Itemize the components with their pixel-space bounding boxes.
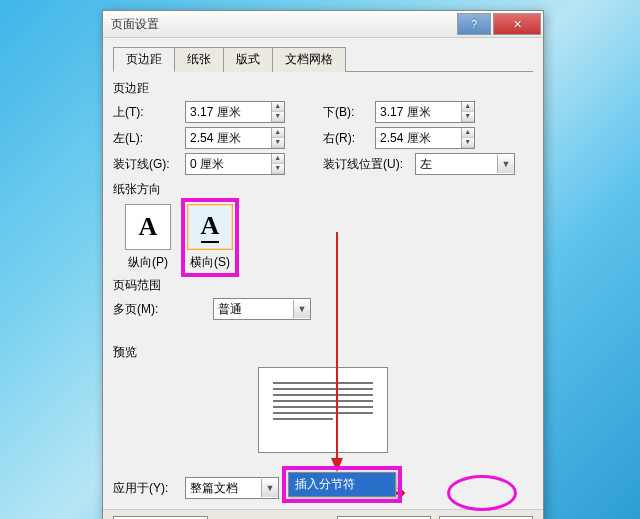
gutter-label: 装订线(G): [113,156,185,173]
tab-strip: 页边距 纸张 版式 文档网格 [113,46,533,72]
top-input[interactable] [186,103,271,121]
orientation-portrait[interactable]: A 纵向(P) [125,204,171,271]
spin-down-icon[interactable]: ▼ [462,138,474,148]
multipage-value: 普通 [214,301,293,318]
top-label: 上(T): [113,104,185,121]
spin-up-icon[interactable]: ▲ [272,102,284,112]
spin-up-icon[interactable]: ▲ [462,102,474,112]
spin-down-icon[interactable]: ▼ [272,138,284,148]
gutterpos-value: 左 [416,156,497,173]
titlebar[interactable]: 页面设置 ? ✕ [103,11,543,38]
multi-label: 多页(M): [113,301,213,318]
orientation-landscape[interactable]: A 横向(S) [187,204,233,271]
dropdown-menu: 插入分节符 [288,472,396,497]
chevron-down-icon[interactable]: ▼ [293,300,310,318]
section-preview-title: 预览 [113,344,533,361]
gutterpos-combo[interactable]: 左▼ [415,153,515,175]
left-input[interactable] [186,129,271,147]
section-orientation-title: 纸张方向 [113,181,533,198]
applyto-value: 整篇文档 [186,480,261,497]
spin-down-icon[interactable]: ▼ [462,112,474,122]
tab-paper[interactable]: 纸张 [174,47,224,72]
close-button[interactable]: ✕ [493,13,541,35]
left-label: 左(L): [113,130,185,147]
spin-up-icon[interactable]: ▲ [272,128,284,138]
tab-margins[interactable]: 页边距 [113,47,175,72]
right-label: 右(R): [323,130,375,147]
spin-up-icon[interactable]: ▲ [462,128,474,138]
preview-pane [258,367,388,453]
top-spinner[interactable]: ▲▼ [185,101,285,123]
right-spinner[interactable]: ▲▼ [375,127,475,149]
portrait-label: 纵向(P) [128,254,168,271]
gutter-spinner[interactable]: ▲▼ [185,153,285,175]
applyto-label: 应用于(Y): [113,480,185,497]
gutter-input[interactable] [186,155,271,173]
help-button[interactable]: ? [457,13,491,35]
tab-layout[interactable]: 版式 [223,47,273,72]
section-pages-title: 页码范围 [113,277,533,294]
spin-up-icon[interactable]: ▲ [272,154,284,164]
spin-down-icon[interactable]: ▼ [272,164,284,174]
dialog-title: 页面设置 [111,16,455,33]
left-spinner[interactable]: ▲▼ [185,127,285,149]
chevron-down-icon[interactable]: ▼ [261,479,278,497]
bottom-spinner[interactable]: ▲▼ [375,101,475,123]
button-row: 默认(D)...▼ 确定 取消 [103,509,543,519]
applyto-combo[interactable]: 整篇文档▼ [185,477,279,499]
bottom-label: 下(B): [323,104,375,121]
right-input[interactable] [376,129,461,147]
tab-grid[interactable]: 文档网格 [272,47,346,72]
page-setup-dialog: 页面设置 ? ✕ 页边距 纸张 版式 文档网格 页边距 上(T): ▲▼ 下(B… [102,10,544,519]
menu-item-section-break[interactable]: 插入分节符 [289,473,395,496]
section-margins-title: 页边距 [113,80,533,97]
gutterpos-label: 装订线位置(U): [323,156,415,173]
spin-down-icon[interactable]: ▼ [272,112,284,122]
landscape-icon: A [187,204,233,250]
portrait-icon: A [125,204,171,250]
chevron-down-icon[interactable]: ▼ [497,155,514,173]
multipage-combo[interactable]: 普通▼ [213,298,311,320]
landscape-label: 横向(S) [190,254,230,271]
bottom-input[interactable] [376,103,461,121]
